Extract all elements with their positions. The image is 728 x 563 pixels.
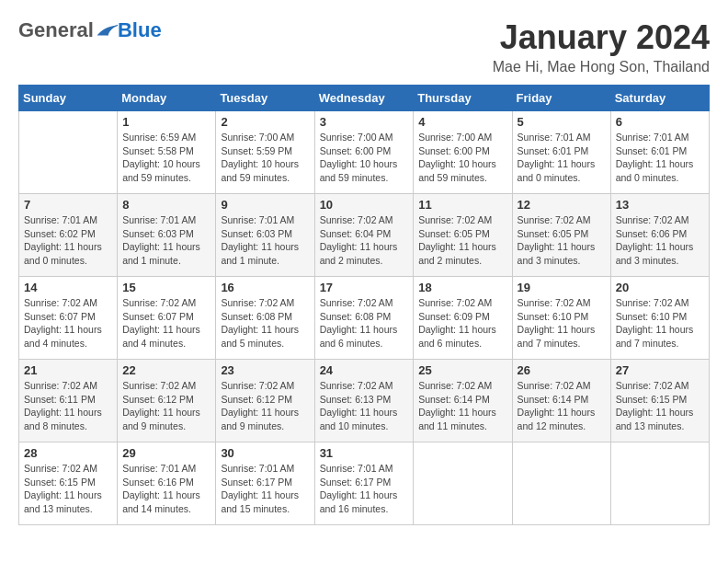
calendar-cell: 10Sunrise: 7:02 AM Sunset: 6:04 PM Dayli… bbox=[314, 194, 414, 277]
calendar-week-3: 14Sunrise: 7:02 AM Sunset: 6:07 PM Dayli… bbox=[19, 277, 710, 360]
day-info: Sunrise: 7:01 AM Sunset: 6:02 PM Dayligh… bbox=[24, 213, 112, 268]
calendar-cell: 18Sunrise: 7:02 AM Sunset: 6:09 PM Dayli… bbox=[414, 277, 512, 360]
day-info: Sunrise: 7:02 AM Sunset: 6:06 PM Dayligh… bbox=[616, 213, 704, 268]
day-info: Sunrise: 7:02 AM Sunset: 6:10 PM Dayligh… bbox=[616, 296, 704, 350]
calendar-cell: 6Sunrise: 7:01 AM Sunset: 6:01 PM Daylig… bbox=[610, 111, 709, 194]
day-info: Sunrise: 7:01 AM Sunset: 6:03 PM Dayligh… bbox=[122, 213, 210, 268]
day-number: 21 bbox=[24, 363, 112, 377]
day-info: Sunrise: 7:02 AM Sunset: 6:12 PM Dayligh… bbox=[221, 379, 309, 433]
day-info: Sunrise: 7:02 AM Sunset: 6:04 PM Dayligh… bbox=[320, 213, 409, 268]
logo: General Blue bbox=[18, 18, 162, 42]
calendar-cell: 17Sunrise: 7:02 AM Sunset: 6:08 PM Dayli… bbox=[314, 277, 414, 360]
calendar-cell: 16Sunrise: 7:02 AM Sunset: 6:08 PM Dayli… bbox=[216, 277, 314, 360]
calendar-cell: 8Sunrise: 7:01 AM Sunset: 6:03 PM Daylig… bbox=[118, 194, 216, 277]
day-number: 20 bbox=[616, 281, 704, 294]
day-number: 8 bbox=[122, 198, 210, 212]
calendar-header-row: SundayMondayTuesdayWednesdayThursdayFrid… bbox=[19, 86, 710, 111]
day-number: 29 bbox=[122, 446, 210, 460]
calendar-cell: 14Sunrise: 7:02 AM Sunset: 6:07 PM Dayli… bbox=[19, 277, 118, 360]
day-number: 22 bbox=[122, 363, 210, 377]
day-info: Sunrise: 7:02 AM Sunset: 6:11 PM Dayligh… bbox=[24, 379, 112, 433]
logo-general: General bbox=[18, 18, 94, 42]
day-info: Sunrise: 7:00 AM Sunset: 5:59 PM Dayligh… bbox=[221, 131, 309, 185]
day-info: Sunrise: 7:02 AM Sunset: 6:15 PM Dayligh… bbox=[24, 462, 112, 516]
day-info: Sunrise: 7:02 AM Sunset: 6:07 PM Dayligh… bbox=[24, 296, 112, 350]
logo-bird-icon bbox=[96, 22, 118, 39]
day-info: Sunrise: 7:02 AM Sunset: 6:05 PM Dayligh… bbox=[518, 213, 606, 268]
day-info: Sunrise: 7:02 AM Sunset: 6:05 PM Dayligh… bbox=[418, 213, 506, 268]
day-number: 27 bbox=[616, 363, 704, 377]
day-number: 7 bbox=[24, 198, 112, 212]
calendar-cell: 19Sunrise: 7:02 AM Sunset: 6:10 PM Dayli… bbox=[512, 277, 610, 360]
calendar-table: SundayMondayTuesdayWednesdayThursdayFrid… bbox=[18, 85, 710, 525]
day-number: 30 bbox=[221, 446, 309, 460]
calendar-cell: 15Sunrise: 7:02 AM Sunset: 6:07 PM Dayli… bbox=[118, 277, 216, 360]
calendar-cell: 23Sunrise: 7:02 AM Sunset: 6:12 PM Dayli… bbox=[216, 360, 314, 442]
day-info: Sunrise: 7:01 AM Sunset: 6:03 PM Dayligh… bbox=[221, 213, 309, 268]
day-info: Sunrise: 7:01 AM Sunset: 6:01 PM Dayligh… bbox=[616, 131, 704, 185]
calendar-body: 1Sunrise: 6:59 AM Sunset: 5:58 PM Daylig… bbox=[19, 111, 710, 525]
day-info: Sunrise: 7:01 AM Sunset: 6:01 PM Dayligh… bbox=[518, 131, 606, 185]
calendar-week-2: 7Sunrise: 7:01 AM Sunset: 6:02 PM Daylig… bbox=[19, 194, 710, 277]
day-number: 6 bbox=[616, 115, 704, 129]
header-sunday: Sunday bbox=[19, 86, 118, 111]
day-info: Sunrise: 7:02 AM Sunset: 6:15 PM Dayligh… bbox=[616, 379, 704, 433]
day-info: Sunrise: 7:01 AM Sunset: 6:17 PM Dayligh… bbox=[221, 462, 309, 516]
calendar-cell: 28Sunrise: 7:02 AM Sunset: 6:15 PM Dayli… bbox=[19, 442, 118, 525]
calendar-cell: 25Sunrise: 7:02 AM Sunset: 6:14 PM Dayli… bbox=[414, 360, 512, 442]
day-info: Sunrise: 7:02 AM Sunset: 6:08 PM Dayligh… bbox=[320, 296, 409, 350]
calendar-cell bbox=[414, 442, 512, 525]
calendar-subtitle: Mae Hi, Mae Hong Son, Thailand bbox=[493, 59, 710, 75]
day-number: 28 bbox=[24, 446, 112, 460]
day-number: 17 bbox=[320, 281, 409, 294]
logo-blue: Blue bbox=[118, 18, 162, 42]
calendar-cell bbox=[19, 111, 118, 194]
day-number: 26 bbox=[518, 363, 606, 377]
calendar-cell: 11Sunrise: 7:02 AM Sunset: 6:05 PM Dayli… bbox=[414, 194, 512, 277]
calendar-cell: 20Sunrise: 7:02 AM Sunset: 6:10 PM Dayli… bbox=[610, 277, 709, 360]
calendar-cell: 7Sunrise: 7:01 AM Sunset: 6:02 PM Daylig… bbox=[19, 194, 118, 277]
day-info: Sunrise: 7:02 AM Sunset: 6:14 PM Dayligh… bbox=[418, 379, 506, 433]
calendar-cell: 13Sunrise: 7:02 AM Sunset: 6:06 PM Dayli… bbox=[610, 194, 709, 277]
calendar-cell: 9Sunrise: 7:01 AM Sunset: 6:03 PM Daylig… bbox=[216, 194, 314, 277]
calendar-week-5: 28Sunrise: 7:02 AM Sunset: 6:15 PM Dayli… bbox=[19, 442, 710, 525]
day-info: Sunrise: 7:01 AM Sunset: 6:17 PM Dayligh… bbox=[320, 462, 409, 516]
calendar-cell: 21Sunrise: 7:02 AM Sunset: 6:11 PM Dayli… bbox=[19, 360, 118, 442]
day-number: 11 bbox=[418, 198, 506, 212]
day-info: Sunrise: 7:01 AM Sunset: 6:16 PM Dayligh… bbox=[122, 462, 210, 516]
header-wednesday: Wednesday bbox=[314, 86, 414, 111]
calendar-cell: 12Sunrise: 7:02 AM Sunset: 6:05 PM Dayli… bbox=[512, 194, 610, 277]
header-friday: Friday bbox=[512, 86, 610, 111]
day-info: Sunrise: 6:59 AM Sunset: 5:58 PM Dayligh… bbox=[122, 131, 210, 185]
calendar-cell: 2Sunrise: 7:00 AM Sunset: 5:59 PM Daylig… bbox=[216, 111, 314, 194]
day-number: 31 bbox=[320, 446, 409, 460]
header-saturday: Saturday bbox=[610, 86, 709, 111]
calendar-cell: 5Sunrise: 7:01 AM Sunset: 6:01 PM Daylig… bbox=[512, 111, 610, 194]
day-number: 12 bbox=[518, 198, 606, 212]
header-monday: Monday bbox=[118, 86, 216, 111]
day-info: Sunrise: 7:02 AM Sunset: 6:07 PM Dayligh… bbox=[122, 296, 210, 350]
calendar-week-4: 21Sunrise: 7:02 AM Sunset: 6:11 PM Dayli… bbox=[19, 360, 710, 442]
day-number: 25 bbox=[418, 363, 506, 377]
calendar-cell bbox=[512, 442, 610, 525]
calendar-week-1: 1Sunrise: 6:59 AM Sunset: 5:58 PM Daylig… bbox=[19, 111, 710, 194]
calendar-cell bbox=[610, 442, 709, 525]
day-number: 23 bbox=[221, 363, 309, 377]
calendar-cell: 31Sunrise: 7:01 AM Sunset: 6:17 PM Dayli… bbox=[314, 442, 414, 525]
calendar-cell: 24Sunrise: 7:02 AM Sunset: 6:13 PM Dayli… bbox=[314, 360, 414, 442]
day-info: Sunrise: 7:00 AM Sunset: 6:00 PM Dayligh… bbox=[418, 131, 506, 185]
day-info: Sunrise: 7:02 AM Sunset: 6:10 PM Dayligh… bbox=[518, 296, 606, 350]
day-number: 10 bbox=[320, 198, 409, 212]
day-number: 16 bbox=[221, 281, 309, 294]
day-info: Sunrise: 7:02 AM Sunset: 6:14 PM Dayligh… bbox=[518, 379, 606, 433]
day-info: Sunrise: 7:02 AM Sunset: 6:12 PM Dayligh… bbox=[122, 379, 210, 433]
day-number: 15 bbox=[122, 281, 210, 294]
day-number: 4 bbox=[418, 115, 506, 129]
day-number: 9 bbox=[221, 198, 309, 212]
day-number: 1 bbox=[122, 115, 210, 129]
day-info: Sunrise: 7:02 AM Sunset: 6:08 PM Dayligh… bbox=[221, 296, 309, 350]
day-number: 19 bbox=[518, 281, 606, 294]
day-number: 14 bbox=[24, 281, 112, 294]
calendar-cell: 29Sunrise: 7:01 AM Sunset: 6:16 PM Dayli… bbox=[118, 442, 216, 525]
calendar-cell: 26Sunrise: 7:02 AM Sunset: 6:14 PM Dayli… bbox=[512, 360, 610, 442]
